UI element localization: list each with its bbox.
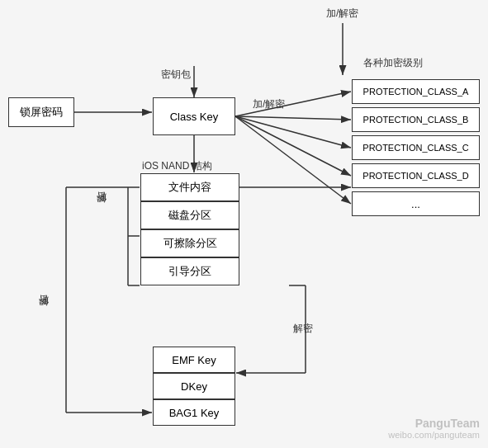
dkey-box: DKey xyxy=(153,373,235,399)
bag1key-box: BAG1 Key xyxy=(153,399,235,426)
classkey-box: Class Key xyxy=(153,97,235,135)
protection-a-box: PROTECTION_CLASS_A xyxy=(352,79,480,104)
disk-partition-label: 磁盘分区 xyxy=(168,208,211,223)
decrypt-bottom-right-label: 解密 xyxy=(293,322,313,336)
erasable-partition-box: 可擦除分区 xyxy=(140,229,239,257)
miaobaobao-label: 密钥包 xyxy=(161,68,191,82)
protection-c-label: PROTECTION_CLASS_C xyxy=(362,143,468,153)
lockscreen-label: 锁屏密码 xyxy=(20,105,63,120)
watermark-line1: PanguTeam xyxy=(388,417,480,430)
svg-line-4 xyxy=(235,116,351,148)
boot-partition-box: 引导分区 xyxy=(140,257,239,285)
encrypt-top-label: 加/解密 xyxy=(326,7,358,21)
lockscreen-box: 锁屏密码 xyxy=(8,97,74,127)
protection-d-box: PROTECTION_CLASS_D xyxy=(352,163,480,188)
svg-line-6 xyxy=(235,116,351,204)
protection-types-label: 各种加密级别 xyxy=(363,56,423,70)
protection-etc-label: ... xyxy=(411,198,420,210)
protection-b-box: PROTECTION_CLASS_B xyxy=(352,107,480,132)
classkey-label: Class Key xyxy=(170,111,219,123)
watermark: PanguTeam weibo.com/panguteam xyxy=(388,417,480,440)
boot-partition-label: 引导分区 xyxy=(168,264,211,279)
svg-line-3 xyxy=(235,116,351,120)
protection-a-label: PROTECTION_CLASS_A xyxy=(363,87,469,97)
file-content-box: 文件内容 xyxy=(140,173,239,201)
disk-partition-box: 磁盘分区 xyxy=(140,201,239,229)
protection-c-box: PROTECTION_CLASS_C xyxy=(352,135,480,160)
emfkey-box: EMF Key xyxy=(153,347,235,373)
diagram: 锁屏密码 Class Key iOS NAND 结构 文件内容 磁盘分区 可擦除… xyxy=(0,0,488,448)
protection-b-label: PROTECTION_CLASS_B xyxy=(363,115,469,125)
bag1key-label: BAG1 Key xyxy=(169,407,220,419)
nand-title-label: iOS NAND 结构 xyxy=(142,159,212,173)
file-content-label: 文件内容 xyxy=(168,180,211,195)
watermark-line2: weibo.com/panguteam xyxy=(388,430,480,440)
protection-etc-box: ... xyxy=(352,191,480,216)
encrypt-classkey-label: 加/解密 xyxy=(253,97,285,111)
dkey-label: DKey xyxy=(181,380,207,393)
svg-line-5 xyxy=(235,116,351,176)
emfkey-label: EMF Key xyxy=(172,354,216,366)
erasable-partition-label: 可擦除分区 xyxy=(163,236,217,251)
protection-d-label: PROTECTION_CLASS_D xyxy=(362,171,468,181)
